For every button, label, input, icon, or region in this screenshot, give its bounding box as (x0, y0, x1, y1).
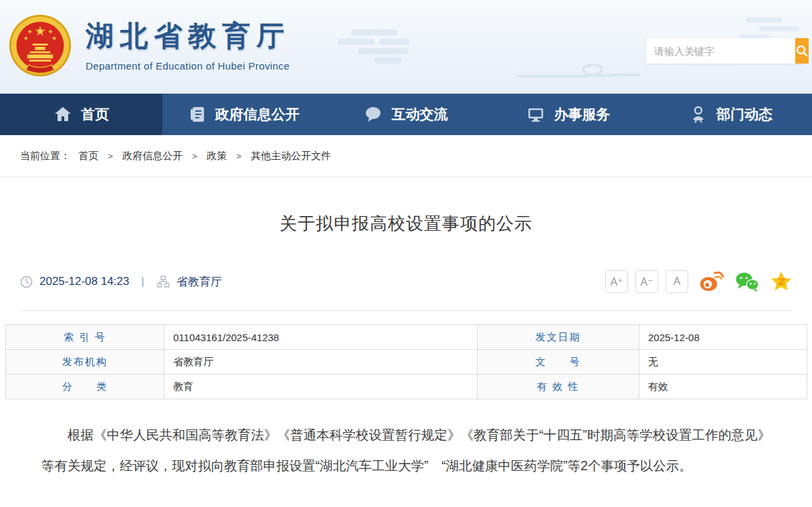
meta-value-validity: 有效 (639, 375, 807, 399)
site-subtitle: Department of Education of Hubei Provinc… (86, 60, 290, 72)
breadcrumb-bar: 当前位置： 首页 > 政府信息公开 > 政策 > 其他主动公开文件 (0, 135, 812, 177)
article-tools: A⁺ A⁻ A (605, 270, 792, 293)
nav-item-news[interactable]: 部门动态 (649, 94, 812, 135)
nav-item-services[interactable]: 办事服务 (487, 94, 649, 135)
breadcrumb-separator: > (236, 151, 241, 161)
site-brand: 湖北省教育厅 Department of Education of Hubei … (86, 17, 290, 72)
breadcrumb-link-other-docs[interactable]: 其他主动公开文件 (251, 150, 331, 161)
meta-value-issuing-org: 省教育厅 (165, 350, 478, 375)
svg-text:★: ★ (23, 35, 29, 41)
search-input[interactable] (646, 38, 795, 64)
breadcrumb-link-policy[interactable]: 政策 (207, 150, 227, 161)
article-body-paragraph: 根据《中华人民共和国高等教育法》《普通本科学校设置暂行规定》《教育部关于“十四五… (41, 419, 771, 481)
table-row: 发布机构 省教育厅 文 号 无 (6, 350, 807, 375)
nav-item-label: 互动交流 (391, 105, 447, 124)
main-nav: 首页 政府信息公开 互动交流 办事服务 部门 (0, 94, 812, 135)
person-icon (689, 105, 708, 124)
meta-label-doc-number: 文 号 (478, 350, 639, 375)
meta-value-doc-number: 无 (639, 350, 807, 375)
site-title: 湖北省教育厅 (86, 17, 290, 55)
cloud-decoration (338, 24, 425, 71)
document-meta-table: 索 引 号 011043161/2025-41238 发文日期 2025-12-… (5, 324, 807, 399)
national-emblem-logo: ★ ★ ★ ★ ★ (8, 13, 72, 80)
article-title: 关于拟申报高校设置事项的公示 (0, 177, 812, 264)
svg-text:★: ★ (27, 28, 33, 35)
search-box (646, 38, 805, 64)
breadcrumb-separator: > (108, 151, 113, 161)
breadcrumb-separator: > (192, 151, 197, 161)
font-reset-button[interactable]: A (666, 270, 688, 293)
meta-value-issue-date: 2025-12-08 (639, 325, 807, 350)
meta-label-category: 分 类 (6, 375, 165, 399)
document-icon (188, 105, 207, 124)
nav-item-label: 政府信息公开 (215, 105, 300, 124)
cloud-decoration (515, 62, 642, 82)
meta-value-index-number: 011043161/2025-41238 (165, 325, 478, 350)
cloud-decoration (739, 15, 806, 41)
breadcrumb-link-home[interactable]: 首页 (78, 150, 98, 161)
wechat-icon[interactable] (735, 271, 759, 292)
masthead: ★ ★ ★ ★ ★ 湖北省教育厅 Department of Education… (0, 0, 812, 94)
meta-label-issuing-org: 发布机构 (6, 350, 165, 375)
chat-icon (364, 105, 383, 124)
source-org-icon (157, 275, 170, 288)
publish-datetime: 2025-12-08 14:23 (39, 275, 129, 288)
breadcrumb-label: 当前位置： (20, 150, 70, 161)
nav-item-home[interactable]: 首页 (0, 94, 163, 135)
meta-label-index-number: 索 引 号 (6, 325, 165, 350)
meta-value-category: 教育 (165, 375, 478, 399)
nav-item-label: 首页 (81, 105, 109, 124)
search-button[interactable] (795, 38, 809, 64)
emblem-big-star: ★ (34, 24, 45, 38)
nav-item-interaction[interactable]: 互动交流 (325, 94, 488, 135)
breadcrumb-link-gov-info[interactable]: 政府信息公开 (122, 150, 183, 161)
weibo-icon[interactable] (700, 271, 724, 292)
home-icon (54, 105, 72, 124)
qzone-star-icon[interactable] (771, 271, 792, 292)
font-smaller-button[interactable]: A⁻ (635, 270, 658, 293)
search-icon (795, 44, 809, 58)
nav-item-gov-info[interactable]: 政府信息公开 (163, 94, 325, 135)
publish-source: 省教育厅 (177, 274, 222, 290)
table-row: 分 类 教育 有 效 性 有效 (6, 375, 807, 399)
monitor-icon (526, 105, 545, 124)
svg-text:★: ★ (52, 35, 57, 41)
nav-item-label: 部门动态 (716, 105, 773, 124)
font-larger-button[interactable]: A⁺ (605, 270, 628, 293)
info-divider: | (141, 275, 144, 288)
article-info-bar: 2025-12-08 14:23 | 省教育厅 A⁺ A⁻ A (20, 264, 792, 311)
meta-label-issue-date: 发文日期 (478, 325, 639, 350)
meta-label-validity: 有 效 性 (478, 375, 639, 399)
svg-text:★: ★ (47, 28, 53, 35)
breadcrumb: 当前位置： 首页 > 政府信息公开 > 政策 > 其他主动公开文件 (20, 135, 792, 177)
nav-item-label: 办事服务 (554, 105, 610, 124)
article-meta-line: 2025-12-08 14:23 | 省教育厅 (20, 274, 222, 290)
clock-icon (20, 276, 33, 288)
table-row: 索 引 号 011043161/2025-41238 发文日期 2025-12-… (6, 325, 807, 350)
